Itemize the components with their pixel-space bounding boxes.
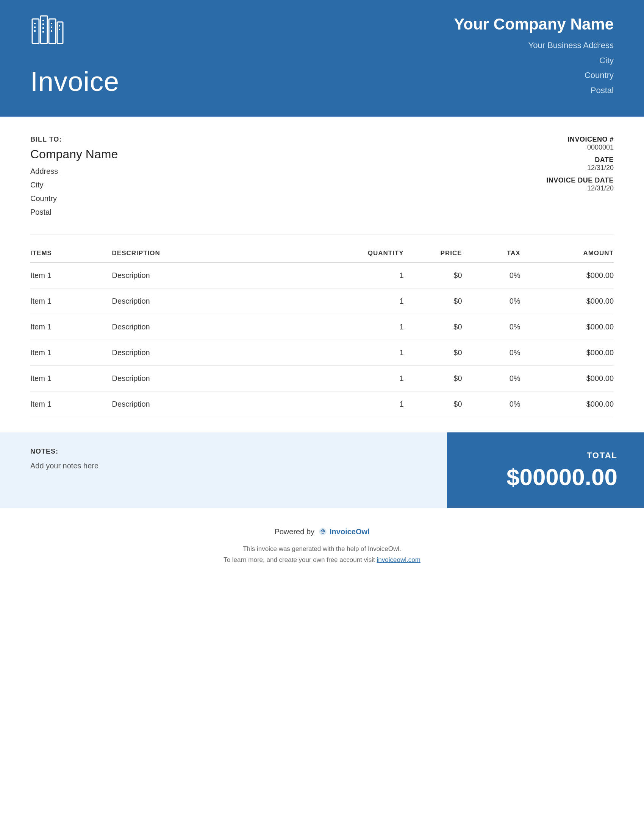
bill-to-details: BILL TO: Company Name Address City Count… — [30, 135, 118, 219]
business-address: Your Business Address — [454, 38, 614, 53]
row-qty-1: 1 — [334, 288, 404, 314]
row-qty-3: 1 — [334, 340, 404, 366]
col-header-amount: AMOUNT — [520, 246, 614, 263]
row-amount-3: $000.00 — [520, 340, 614, 366]
row-price-1: $0 — [404, 288, 462, 314]
total-section: TOTAL $00000.00 — [447, 433, 644, 508]
table-row: Item 1 Description 1 $0 0% $000.00 — [30, 340, 614, 366]
bill-company-name: Company Name — [30, 147, 118, 161]
invoice-no-value: 0000001 — [546, 143, 614, 151]
row-price-5: $0 — [404, 391, 462, 417]
row-amount-1: $000.00 — [520, 288, 614, 314]
bill-country: Country — [30, 191, 118, 205]
table-row: Item 1 Description 1 $0 0% $000.00 — [30, 391, 614, 417]
row-tax-5: 0% — [462, 391, 520, 417]
row-amount-4: $000.00 — [520, 366, 614, 391]
date-value: 12/31/20 — [546, 164, 614, 172]
row-amount-0: $000.00 — [520, 263, 614, 288]
footer-link[interactable]: invoiceowl.com — [377, 556, 420, 563]
items-table: ITEMS DESCRIPTION QUANTITY PRICE TAX AMO… — [30, 246, 614, 417]
row-desc-4: Description — [112, 366, 334, 391]
svg-rect-9 — [42, 27, 44, 29]
row-tax-2: 0% — [462, 314, 520, 340]
invoice-no-label: INVOICENO # — [546, 135, 614, 143]
brand-name: InvoiceOwl — [330, 527, 370, 536]
row-price-2: $0 — [404, 314, 462, 340]
row-price-0: $0 — [404, 263, 462, 288]
row-price-4: $0 — [404, 366, 462, 391]
row-qty-0: 1 — [334, 263, 404, 288]
col-header-price: PRICE — [404, 246, 462, 263]
footer-note-line2: To learn more, and create your own free … — [30, 555, 614, 566]
col-header-description: DESCRIPTION — [112, 246, 334, 263]
invoice-header: Invoice Your Company Name Your Business … — [0, 0, 644, 117]
svg-rect-12 — [51, 26, 52, 28]
row-desc-1: Description — [112, 288, 334, 314]
svg-rect-7 — [42, 20, 44, 21]
svg-rect-1 — [40, 16, 47, 43]
row-item-3: Item 1 — [30, 340, 112, 366]
table-row: Item 1 Description 1 $0 0% $000.00 — [30, 263, 614, 288]
table-header-row: ITEMS DESCRIPTION QUANTITY PRICE TAX AMO… — [30, 246, 614, 263]
svg-rect-13 — [51, 30, 52, 32]
bill-address: Address — [30, 164, 118, 178]
invoice-title: Invoice — [30, 66, 119, 97]
total-label: TOTAL — [587, 450, 617, 460]
business-city: City — [454, 53, 614, 68]
bill-postal: Postal — [30, 205, 118, 219]
row-qty-4: 1 — [334, 366, 404, 391]
row-qty-5: 1 — [334, 391, 404, 417]
row-tax-3: 0% — [462, 340, 520, 366]
row-amount-2: $000.00 — [520, 314, 614, 340]
svg-rect-15 — [59, 29, 60, 30]
col-header-tax: TAX — [462, 246, 520, 263]
svg-rect-5 — [34, 26, 35, 28]
total-amount: $00000.00 — [507, 463, 617, 490]
svg-rect-11 — [51, 23, 52, 24]
bill-to-section: BILL TO: Company Name Address City Count… — [0, 117, 644, 230]
company-name: Your Company Name — [454, 15, 614, 33]
svg-point-19 — [321, 531, 322, 532]
footer-note-line1: This invoice was generated with the help… — [30, 544, 614, 555]
row-item-0: Item 1 — [30, 263, 112, 288]
row-item-2: Item 1 — [30, 314, 112, 340]
row-amount-5: $000.00 — [520, 391, 614, 417]
invoice-owl-logo: InvoiceOwl — [318, 527, 370, 536]
notes-section: NOTES: Add your notes here — [0, 433, 447, 508]
svg-rect-4 — [34, 23, 35, 24]
row-tax-0: 0% — [462, 263, 520, 288]
row-desc-5: Description — [112, 391, 334, 417]
svg-rect-14 — [59, 25, 60, 26]
company-logo-icon — [30, 15, 119, 58]
business-postal: Postal — [454, 83, 614, 98]
bill-to-label: BILL TO: — [30, 135, 118, 143]
svg-rect-10 — [42, 31, 44, 32]
row-desc-2: Description — [112, 314, 334, 340]
row-price-3: $0 — [404, 340, 462, 366]
col-header-quantity: QUANTITY — [334, 246, 404, 263]
svg-point-20 — [324, 531, 324, 532]
row-desc-3: Description — [112, 340, 334, 366]
due-date-label: INVOICE DUE DATE — [546, 177, 614, 184]
date-label: DATE — [546, 156, 614, 164]
bill-city: City — [30, 178, 118, 191]
notes-text: Add your notes here — [30, 462, 417, 470]
col-header-items: ITEMS — [30, 246, 112, 263]
business-country: Country — [454, 68, 614, 83]
row-item-1: Item 1 — [30, 288, 112, 314]
footer-note: This invoice was generated with the help… — [30, 544, 614, 566]
row-tax-1: 0% — [462, 288, 520, 314]
footer: Powered by InvoiceOwl This invoice was g… — [0, 508, 644, 581]
svg-rect-6 — [34, 30, 35, 32]
header-right: Your Company Name Your Business Address … — [454, 15, 614, 98]
bottom-section: NOTES: Add your notes here TOTAL $00000.… — [0, 433, 644, 508]
row-desc-0: Description — [112, 263, 334, 288]
powered-by-text: Powered by — [274, 527, 314, 536]
row-item-5: Item 1 — [30, 391, 112, 417]
invoice-meta: INVOICENO # 0000001 DATE 12/31/20 INVOIC… — [546, 135, 614, 197]
row-qty-2: 1 — [334, 314, 404, 340]
row-item-4: Item 1 — [30, 366, 112, 391]
svg-rect-8 — [42, 24, 44, 25]
row-tax-4: 0% — [462, 366, 520, 391]
powered-by: Powered by InvoiceOwl — [30, 527, 614, 536]
